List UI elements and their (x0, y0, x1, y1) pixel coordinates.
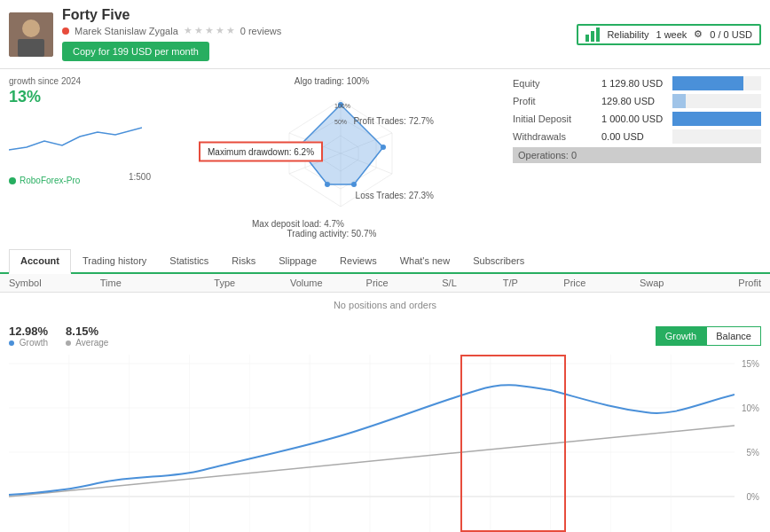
growth-stat-value: 12.98% (9, 325, 48, 338)
center-panel: Maximum drawdown: 6.2% Algo trading: 100… (160, 76, 504, 239)
svg-point-12 (381, 145, 386, 150)
profit-value: 129.80 USD (601, 96, 672, 106)
growth-label: Growth (20, 338, 48, 348)
equity-bar-container (672, 76, 761, 90)
svg-point-13 (351, 182, 357, 187)
growth-since-label: growth since 2024 (9, 76, 151, 86)
tab-account[interactable]: Account (9, 249, 71, 274)
rel-bar-3 (596, 27, 600, 42)
y-label-10: 10% (742, 403, 759, 413)
th-price2: Price (563, 278, 640, 288)
header: Forty Five Marek Stanislaw Zygala ★ ★ ★ … (0, 0, 770, 69)
svg-line-33 (9, 426, 735, 497)
reliability-label: Reliability (607, 29, 648, 40)
page-title: Forty Five (62, 7, 559, 23)
withdrawals-value: 0.00 USD (601, 131, 672, 142)
th-swap: Swap (640, 278, 701, 288)
th-volume: Volume (290, 278, 366, 288)
svg-point-1 (22, 20, 40, 37)
equity-value: 1 129.80 USD (601, 78, 672, 89)
equity-row: Equity 1 129.80 USD (513, 76, 761, 90)
no-positions-text: No positions and orders (0, 293, 770, 317)
equity-table: Equity 1 129.80 USD Profit 129.80 USD In… (513, 76, 761, 163)
chart-header: 12.98% Growth 8.15% Average Growth Balan… (9, 325, 761, 348)
avatar (9, 12, 53, 57)
left-panel: growth since 2024 13% RoboForex-Pro 1:50… (9, 76, 151, 239)
profit-bar (672, 94, 686, 108)
loss-trades-label: Loss Trades: 27.3% (356, 191, 434, 200)
copy-button[interactable]: Copy for 199 USD per month (62, 42, 209, 61)
profit-trades-label: Profit Trades: 72.7% (353, 116, 434, 126)
max-deposit-label: Max deposit load: 4.7% (252, 219, 344, 229)
main-chart-svg (9, 355, 735, 532)
tab-reviews[interactable]: Reviews (328, 249, 389, 272)
header-subtitle: Marek Stanislaw Zygala ★ ★ ★ ★ ★ 0 revie… (62, 25, 559, 36)
withdrawals-label: Withdrawals (513, 131, 601, 142)
equity-bar (672, 76, 743, 90)
svg-point-14 (325, 182, 330, 187)
average-stat-value: 8.15% (66, 325, 108, 338)
th-time: Time (100, 278, 214, 288)
tab-whats-new[interactable]: What's new (389, 249, 462, 272)
star-rating: ★ ★ ★ ★ ★ (184, 25, 235, 36)
rel-bar-1 (585, 35, 589, 42)
equity-label: Equity (513, 78, 601, 89)
initial-bar-container (672, 112, 761, 126)
initial-value: 1 000.00 USD (601, 113, 672, 124)
gear-icon: ⚙ (694, 28, 703, 40)
drawdown-box: Maximum drawdown: 6.2% (199, 142, 323, 162)
chart-stats: 12.98% Growth 8.15% Average (9, 325, 108, 348)
initial-label: Initial Deposit (513, 113, 601, 124)
period-label: 1 week (656, 29, 687, 40)
svg-text:50%: 50% (334, 119, 347, 125)
chart-area: 15% 10% 5% 0% (9, 355, 761, 532)
average-stat-label: Average (66, 338, 108, 348)
y-label-5: 5% (747, 448, 759, 458)
profit-row: Profit 129.80 USD (513, 94, 761, 108)
svg-text:100%: 100% (334, 103, 350, 109)
reviews-count: 0 reviews (240, 26, 281, 36)
broker-name: RoboForex-Pro (20, 176, 80, 185)
th-symbol: Symbol (9, 278, 100, 288)
tab-risks[interactable]: Risks (220, 249, 267, 272)
rel-bar-2 (591, 31, 594, 42)
status-dot (62, 27, 69, 35)
average-dot (66, 340, 71, 346)
table-header: Symbol Time Type Volume Price S/L T/P Pr… (0, 274, 770, 293)
growth-dot (9, 340, 14, 346)
chart-toggle-buttons: Growth Balance (656, 326, 761, 346)
leverage-value: 1:500 (129, 172, 151, 182)
operations-row: Operations: 0 (513, 147, 761, 163)
tabs-bar: Account Trading history Statistics Risks… (0, 249, 770, 274)
y-label-15: 15% (742, 359, 759, 369)
balance-button[interactable]: Balance (706, 326, 761, 346)
th-sl: S/L (442, 278, 503, 288)
tab-slippage[interactable]: Slippage (267, 249, 328, 272)
th-tp: T/P (503, 278, 564, 288)
algo-trading-label: Algo trading: 100% (295, 76, 370, 86)
broker-dot (9, 177, 16, 184)
tab-trading-history[interactable]: Trading history (71, 249, 158, 272)
profit-bar-container (672, 94, 761, 108)
drawdown-label: Maximum drawdown: 6.2% (208, 147, 314, 157)
average-label: Average (75, 338, 108, 348)
trading-activity-label: Trading activity: 50.7% (287, 229, 377, 239)
main-content: growth since 2024 13% RoboForex-Pro 1:50… (0, 69, 770, 246)
chart-section: 12.98% Growth 8.15% Average Growth Balan… (0, 317, 770, 532)
trades-value: 0 / 0 USD (710, 29, 752, 40)
initial-row: Initial Deposit 1 000.00 USD (513, 112, 761, 126)
withdrawals-row: Withdrawals 0.00 USD (513, 129, 761, 144)
mini-chart (9, 110, 142, 163)
growth-value: 13% (9, 88, 151, 106)
reliability-box: Reliability 1 week ⚙ 0 / 0 USD (577, 24, 761, 45)
svg-rect-3 (18, 39, 44, 57)
tab-statistics[interactable]: Statistics (158, 249, 220, 272)
growth-button[interactable]: Growth (656, 326, 706, 346)
tab-subscribers[interactable]: Subscribers (461, 249, 536, 272)
y-label-0: 0% (747, 492, 759, 502)
chart-stat-growth: 12.98% Growth (9, 325, 48, 348)
initial-bar (672, 112, 761, 126)
th-profit: Profit (700, 278, 761, 288)
growth-stat-label: Growth (9, 338, 48, 348)
author-name: Marek Stanislaw Zygala (75, 26, 178, 36)
